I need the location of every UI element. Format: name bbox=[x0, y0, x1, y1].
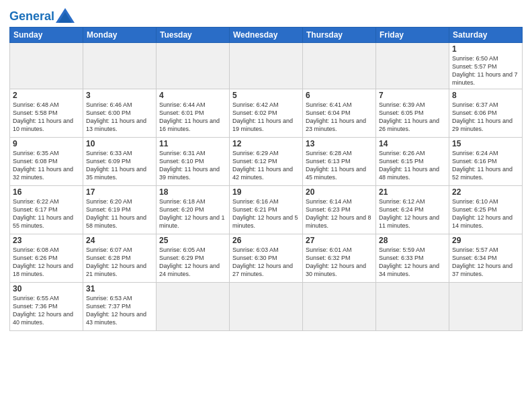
calendar-cell: 26Sunrise: 6:03 AM Sunset: 6:30 PM Dayli… bbox=[230, 234, 303, 282]
calendar-cell: 27Sunrise: 6:01 AM Sunset: 6:32 PM Dayli… bbox=[303, 234, 376, 282]
day-number: 12 bbox=[232, 139, 300, 148]
calendar-cell bbox=[449, 282, 523, 330]
day-info: Sunrise: 6:55 AM Sunset: 7:36 PM Dayligh… bbox=[13, 294, 80, 327]
calendar-week-5: 23Sunrise: 6:08 AM Sunset: 6:26 PM Dayli… bbox=[10, 234, 523, 282]
calendar-cell: 13Sunrise: 6:28 AM Sunset: 6:13 PM Dayli… bbox=[303, 137, 376, 185]
day-info: Sunrise: 6:41 AM Sunset: 6:04 PM Dayligh… bbox=[306, 101, 373, 134]
calendar-cell bbox=[376, 43, 449, 89]
weekday-header-row: SundayMondayTuesdayWednesdayThursdayFrid… bbox=[10, 28, 523, 43]
day-info: Sunrise: 6:44 AM Sunset: 6:01 PM Dayligh… bbox=[159, 101, 226, 134]
calendar-cell: 8Sunrise: 6:37 AM Sunset: 6:06 PM Daylig… bbox=[449, 89, 523, 137]
day-info: Sunrise: 5:59 AM Sunset: 6:33 PM Dayligh… bbox=[379, 246, 446, 279]
day-number: 20 bbox=[306, 187, 373, 197]
day-number: 28 bbox=[379, 236, 446, 245]
calendar-cell: 1Sunrise: 6:50 AM Sunset: 5:57 PM Daylig… bbox=[449, 43, 523, 89]
day-number: 2 bbox=[13, 91, 80, 100]
calendar-cell: 31Sunrise: 6:53 AM Sunset: 7:37 PM Dayli… bbox=[83, 282, 157, 330]
day-info: Sunrise: 6:08 AM Sunset: 6:26 PM Dayligh… bbox=[13, 246, 80, 279]
calendar-cell: 3Sunrise: 6:46 AM Sunset: 6:00 PM Daylig… bbox=[83, 89, 157, 137]
day-number: 11 bbox=[159, 139, 226, 148]
day-number: 13 bbox=[306, 139, 373, 148]
day-number: 25 bbox=[159, 236, 226, 245]
day-info: Sunrise: 6:16 AM Sunset: 6:21 PM Dayligh… bbox=[232, 197, 300, 230]
calendar-table: SundayMondayTuesdayWednesdayThursdayFrid… bbox=[9, 27, 523, 331]
calendar-cell: 18Sunrise: 6:18 AM Sunset: 6:20 PM Dayli… bbox=[157, 185, 230, 234]
day-number: 7 bbox=[379, 91, 446, 100]
calendar-cell: 21Sunrise: 6:12 AM Sunset: 6:24 PM Dayli… bbox=[376, 185, 449, 234]
calendar-cell: 17Sunrise: 6:20 AM Sunset: 6:19 PM Dayli… bbox=[83, 185, 157, 234]
day-number: 15 bbox=[452, 139, 519, 148]
calendar-week-1: 1Sunrise: 6:50 AM Sunset: 5:57 PM Daylig… bbox=[10, 43, 523, 89]
day-info: Sunrise: 6:48 AM Sunset: 5:58 PM Dayligh… bbox=[13, 101, 80, 134]
calendar-cell bbox=[303, 43, 376, 89]
day-number: 29 bbox=[452, 236, 519, 245]
calendar-cell: 30Sunrise: 6:55 AM Sunset: 7:36 PM Dayli… bbox=[10, 282, 83, 330]
day-number: 26 bbox=[232, 236, 300, 245]
day-number: 14 bbox=[379, 139, 446, 148]
day-number: 30 bbox=[13, 284, 80, 293]
day-number: 5 bbox=[232, 91, 300, 100]
calendar-cell bbox=[157, 282, 230, 330]
day-info: Sunrise: 6:07 AM Sunset: 6:28 PM Dayligh… bbox=[86, 246, 153, 279]
day-info: Sunrise: 6:33 AM Sunset: 6:09 PM Dayligh… bbox=[86, 149, 153, 182]
day-info: Sunrise: 6:50 AM Sunset: 5:57 PM Dayligh… bbox=[452, 54, 519, 87]
calendar-cell: 20Sunrise: 6:14 AM Sunset: 6:23 PM Dayli… bbox=[303, 185, 376, 234]
calendar-week-2: 2Sunrise: 6:48 AM Sunset: 5:58 PM Daylig… bbox=[10, 89, 523, 137]
day-number: 9 bbox=[13, 139, 80, 148]
logo: General bbox=[9, 9, 75, 23]
day-info: Sunrise: 6:05 AM Sunset: 6:29 PM Dayligh… bbox=[159, 246, 226, 279]
calendar-cell: 14Sunrise: 6:26 AM Sunset: 6:15 PM Dayli… bbox=[376, 137, 449, 185]
day-info: Sunrise: 6:39 AM Sunset: 6:05 PM Dayligh… bbox=[379, 101, 446, 134]
header: General bbox=[9, 7, 523, 23]
calendar-cell: 23Sunrise: 6:08 AM Sunset: 6:26 PM Dayli… bbox=[10, 234, 83, 282]
day-info: Sunrise: 6:14 AM Sunset: 6:23 PM Dayligh… bbox=[306, 197, 373, 230]
day-info: Sunrise: 6:42 AM Sunset: 6:02 PM Dayligh… bbox=[232, 101, 300, 134]
calendar-cell: 29Sunrise: 5:57 AM Sunset: 6:34 PM Dayli… bbox=[449, 234, 523, 282]
day-info: Sunrise: 5:57 AM Sunset: 6:34 PM Dayligh… bbox=[452, 246, 519, 279]
weekday-header-thursday: Thursday bbox=[303, 28, 376, 43]
calendar-cell: 22Sunrise: 6:10 AM Sunset: 6:25 PM Dayli… bbox=[449, 185, 523, 234]
calendar-week-6: 30Sunrise: 6:55 AM Sunset: 7:36 PM Dayli… bbox=[10, 282, 523, 330]
logo-icon bbox=[56, 8, 75, 23]
day-number: 4 bbox=[159, 91, 226, 100]
calendar-cell bbox=[230, 43, 303, 89]
day-info: Sunrise: 6:10 AM Sunset: 6:25 PM Dayligh… bbox=[452, 197, 519, 230]
day-info: Sunrise: 6:37 AM Sunset: 6:06 PM Dayligh… bbox=[452, 101, 519, 134]
calendar-cell bbox=[230, 282, 303, 330]
day-number: 3 bbox=[86, 91, 153, 100]
day-number: 22 bbox=[452, 187, 519, 197]
day-info: Sunrise: 6:46 AM Sunset: 6:00 PM Dayligh… bbox=[86, 101, 153, 134]
page: General SundayMondayTuesdayWednesdayThur… bbox=[0, 0, 532, 411]
day-number: 1 bbox=[452, 44, 519, 54]
calendar-cell: 4Sunrise: 6:44 AM Sunset: 6:01 PM Daylig… bbox=[157, 89, 230, 137]
day-info: Sunrise: 6:22 AM Sunset: 6:17 PM Dayligh… bbox=[13, 197, 80, 230]
calendar-week-4: 16Sunrise: 6:22 AM Sunset: 6:17 PM Dayli… bbox=[10, 185, 523, 234]
day-number: 23 bbox=[13, 236, 80, 245]
day-number: 17 bbox=[86, 187, 153, 197]
calendar-cell: 5Sunrise: 6:42 AM Sunset: 6:02 PM Daylig… bbox=[230, 89, 303, 137]
day-info: Sunrise: 6:31 AM Sunset: 6:10 PM Dayligh… bbox=[159, 149, 226, 182]
logo-text: General bbox=[9, 10, 54, 22]
calendar-cell: 12Sunrise: 6:29 AM Sunset: 6:12 PM Dayli… bbox=[230, 137, 303, 185]
day-info: Sunrise: 6:28 AM Sunset: 6:13 PM Dayligh… bbox=[306, 149, 373, 182]
calendar-cell: 9Sunrise: 6:35 AM Sunset: 6:08 PM Daylig… bbox=[10, 137, 83, 185]
calendar-cell bbox=[157, 43, 230, 89]
calendar-cell: 15Sunrise: 6:24 AM Sunset: 6:16 PM Dayli… bbox=[449, 137, 523, 185]
day-info: Sunrise: 6:35 AM Sunset: 6:08 PM Dayligh… bbox=[13, 149, 80, 182]
day-number: 10 bbox=[86, 139, 153, 148]
calendar-cell: 2Sunrise: 6:48 AM Sunset: 5:58 PM Daylig… bbox=[10, 89, 83, 137]
calendar-cell bbox=[10, 43, 83, 89]
day-info: Sunrise: 6:03 AM Sunset: 6:30 PM Dayligh… bbox=[232, 246, 300, 279]
day-info: Sunrise: 6:20 AM Sunset: 6:19 PM Dayligh… bbox=[86, 197, 153, 230]
weekday-header-sunday: Sunday bbox=[10, 28, 83, 43]
day-number: 16 bbox=[13, 187, 80, 197]
day-number: 19 bbox=[232, 187, 300, 197]
calendar-cell: 11Sunrise: 6:31 AM Sunset: 6:10 PM Dayli… bbox=[157, 137, 230, 185]
weekday-header-friday: Friday bbox=[376, 28, 449, 43]
day-number: 18 bbox=[159, 187, 226, 197]
calendar-cell bbox=[303, 282, 376, 330]
calendar-week-3: 9Sunrise: 6:35 AM Sunset: 6:08 PM Daylig… bbox=[10, 137, 523, 185]
calendar-cell: 19Sunrise: 6:16 AM Sunset: 6:21 PM Dayli… bbox=[230, 185, 303, 234]
day-info: Sunrise: 6:29 AM Sunset: 6:12 PM Dayligh… bbox=[232, 149, 300, 182]
weekday-header-wednesday: Wednesday bbox=[230, 28, 303, 43]
